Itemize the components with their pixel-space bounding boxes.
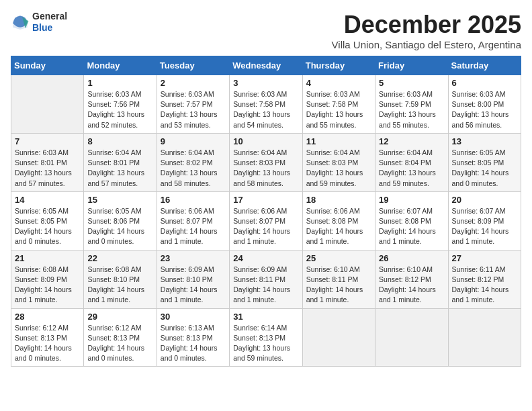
day-detail: Sunrise: 6:07 AMSunset: 8:09 PMDaylight:… bbox=[452, 206, 517, 247]
calendar-cell: 27Sunrise: 6:11 AMSunset: 8:12 PMDayligh… bbox=[448, 250, 521, 308]
day-detail: Sunrise: 6:04 AMSunset: 8:04 PMDaylight:… bbox=[379, 148, 444, 189]
calendar-cell: 1Sunrise: 6:03 AMSunset: 7:56 PMDaylight… bbox=[84, 75, 157, 134]
day-number: 21 bbox=[15, 253, 80, 263]
day-number: 24 bbox=[233, 253, 298, 263]
calendar-cell: 7Sunrise: 6:03 AMSunset: 8:01 PMDaylight… bbox=[11, 133, 84, 191]
day-number: 1 bbox=[87, 78, 152, 88]
logo-text: General Blue bbox=[32, 11, 67, 34]
calendar-week-row: 28Sunrise: 6:12 AMSunset: 8:13 PMDayligh… bbox=[11, 308, 521, 367]
calendar-cell: 2Sunrise: 6:03 AMSunset: 7:57 PMDaylight… bbox=[157, 75, 229, 134]
month-title: December 2025 bbox=[332, 11, 521, 39]
day-number: 15 bbox=[87, 195, 152, 205]
col-header-sunday: Sunday bbox=[11, 56, 84, 75]
day-detail: Sunrise: 6:06 AMSunset: 8:07 PMDaylight:… bbox=[233, 206, 298, 247]
calendar-cell: 6Sunrise: 6:03 AMSunset: 8:00 PMDaylight… bbox=[448, 75, 521, 134]
page-header: General Blue December 2025 Villa Union, … bbox=[11, 11, 521, 50]
calendar-cell bbox=[302, 308, 375, 367]
day-number: 14 bbox=[15, 195, 80, 205]
day-number: 2 bbox=[161, 78, 226, 88]
col-header-monday: Monday bbox=[84, 56, 157, 75]
day-detail: Sunrise: 6:12 AMSunset: 8:13 PMDaylight:… bbox=[87, 323, 152, 364]
calendar-header-row: SundayMondayTuesdayWednesdayThursdayFrid… bbox=[11, 56, 521, 75]
logo-general-text: General bbox=[32, 11, 67, 22]
logo: General Blue bbox=[11, 11, 67, 34]
day-number: 18 bbox=[306, 195, 371, 205]
calendar-cell: 14Sunrise: 6:05 AMSunset: 8:05 PMDayligh… bbox=[11, 191, 84, 250]
day-detail: Sunrise: 6:04 AMSunset: 8:01 PMDaylight:… bbox=[87, 148, 152, 189]
col-header-saturday: Saturday bbox=[448, 56, 521, 75]
col-header-tuesday: Tuesday bbox=[157, 56, 229, 75]
day-detail: Sunrise: 6:05 AMSunset: 8:05 PMDaylight:… bbox=[15, 206, 80, 247]
calendar-week-row: 1Sunrise: 6:03 AMSunset: 7:56 PMDaylight… bbox=[11, 75, 521, 134]
day-detail: Sunrise: 6:03 AMSunset: 8:00 PMDaylight:… bbox=[452, 89, 517, 130]
day-detail: Sunrise: 6:07 AMSunset: 8:08 PMDaylight:… bbox=[379, 206, 444, 247]
calendar-cell: 16Sunrise: 6:06 AMSunset: 8:07 PMDayligh… bbox=[157, 191, 229, 250]
day-detail: Sunrise: 6:03 AMSunset: 7:58 PMDaylight:… bbox=[306, 89, 371, 130]
day-number: 27 bbox=[452, 253, 517, 263]
calendar-cell: 17Sunrise: 6:06 AMSunset: 8:07 PMDayligh… bbox=[230, 191, 302, 250]
col-header-wednesday: Wednesday bbox=[230, 56, 302, 75]
day-number: 10 bbox=[233, 136, 298, 146]
day-number: 22 bbox=[87, 253, 152, 263]
day-detail: Sunrise: 6:05 AMSunset: 8:05 PMDaylight:… bbox=[452, 148, 517, 189]
calendar-cell: 24Sunrise: 6:09 AMSunset: 8:11 PMDayligh… bbox=[230, 250, 302, 308]
calendar-cell: 23Sunrise: 6:09 AMSunset: 8:10 PMDayligh… bbox=[157, 250, 229, 308]
day-number: 4 bbox=[306, 78, 371, 88]
day-detail: Sunrise: 6:03 AMSunset: 7:59 PMDaylight:… bbox=[379, 89, 444, 130]
day-detail: Sunrise: 6:04 AMSunset: 8:03 PMDaylight:… bbox=[306, 148, 371, 189]
day-number: 16 bbox=[161, 195, 226, 205]
location-subtitle: Villa Union, Santiago del Estero, Argent… bbox=[332, 39, 521, 50]
day-detail: Sunrise: 6:12 AMSunset: 8:13 PMDaylight:… bbox=[15, 323, 80, 364]
calendar-cell: 8Sunrise: 6:04 AMSunset: 8:01 PMDaylight… bbox=[84, 133, 157, 191]
calendar-cell: 25Sunrise: 6:10 AMSunset: 8:11 PMDayligh… bbox=[302, 250, 375, 308]
day-number: 25 bbox=[306, 253, 371, 263]
day-number: 11 bbox=[306, 136, 371, 146]
day-detail: Sunrise: 6:09 AMSunset: 8:10 PMDaylight:… bbox=[161, 265, 226, 306]
day-detail: Sunrise: 6:06 AMSunset: 8:08 PMDaylight:… bbox=[306, 206, 371, 247]
calendar-week-row: 21Sunrise: 6:08 AMSunset: 8:09 PMDayligh… bbox=[11, 250, 521, 308]
col-header-thursday: Thursday bbox=[302, 56, 375, 75]
day-number: 6 bbox=[452, 78, 517, 88]
logo-blue-text: Blue bbox=[32, 22, 67, 34]
calendar-cell: 30Sunrise: 6:13 AMSunset: 8:13 PMDayligh… bbox=[157, 308, 229, 367]
day-detail: Sunrise: 6:08 AMSunset: 8:09 PMDaylight:… bbox=[15, 265, 80, 306]
day-number: 9 bbox=[161, 136, 226, 146]
day-detail: Sunrise: 6:08 AMSunset: 8:10 PMDaylight:… bbox=[87, 265, 152, 306]
calendar-cell bbox=[375, 308, 448, 367]
logo-icon bbox=[11, 13, 30, 32]
day-number: 23 bbox=[161, 253, 226, 263]
day-detail: Sunrise: 6:11 AMSunset: 8:12 PMDaylight:… bbox=[452, 265, 517, 306]
calendar-cell: 3Sunrise: 6:03 AMSunset: 7:58 PMDaylight… bbox=[230, 75, 302, 134]
day-number: 12 bbox=[379, 136, 444, 146]
calendar-cell: 10Sunrise: 6:04 AMSunset: 8:03 PMDayligh… bbox=[230, 133, 302, 191]
day-detail: Sunrise: 6:03 AMSunset: 8:01 PMDaylight:… bbox=[15, 148, 80, 189]
calendar-cell: 31Sunrise: 6:14 AMSunset: 8:13 PMDayligh… bbox=[230, 308, 302, 367]
title-block: December 2025 Villa Union, Santiago del … bbox=[332, 11, 521, 50]
day-detail: Sunrise: 6:05 AMSunset: 8:06 PMDaylight:… bbox=[87, 206, 152, 247]
day-detail: Sunrise: 6:03 AMSunset: 7:56 PMDaylight:… bbox=[87, 89, 152, 130]
day-number: 17 bbox=[233, 195, 298, 205]
day-detail: Sunrise: 6:06 AMSunset: 8:07 PMDaylight:… bbox=[161, 206, 226, 247]
calendar-cell: 28Sunrise: 6:12 AMSunset: 8:13 PMDayligh… bbox=[11, 308, 84, 367]
day-number: 26 bbox=[379, 253, 444, 263]
day-number: 7 bbox=[15, 136, 80, 146]
day-number: 20 bbox=[452, 195, 517, 205]
day-detail: Sunrise: 6:03 AMSunset: 7:58 PMDaylight:… bbox=[233, 89, 298, 130]
day-number: 13 bbox=[452, 136, 517, 146]
day-detail: Sunrise: 6:03 AMSunset: 7:57 PMDaylight:… bbox=[161, 89, 226, 130]
day-number: 19 bbox=[379, 195, 444, 205]
day-number: 30 bbox=[161, 312, 226, 322]
day-detail: Sunrise: 6:10 AMSunset: 8:11 PMDaylight:… bbox=[306, 265, 371, 306]
day-number: 5 bbox=[379, 78, 444, 88]
calendar-cell: 9Sunrise: 6:04 AMSunset: 8:02 PMDaylight… bbox=[157, 133, 229, 191]
day-detail: Sunrise: 6:13 AMSunset: 8:13 PMDaylight:… bbox=[161, 323, 226, 364]
day-number: 28 bbox=[15, 312, 80, 322]
day-detail: Sunrise: 6:14 AMSunset: 8:13 PMDaylight:… bbox=[233, 323, 298, 364]
calendar-cell: 4Sunrise: 6:03 AMSunset: 7:58 PMDaylight… bbox=[302, 75, 375, 134]
calendar-week-row: 7Sunrise: 6:03 AMSunset: 8:01 PMDaylight… bbox=[11, 133, 521, 191]
calendar-cell bbox=[448, 308, 521, 367]
calendar-cell: 11Sunrise: 6:04 AMSunset: 8:03 PMDayligh… bbox=[302, 133, 375, 191]
calendar-cell: 5Sunrise: 6:03 AMSunset: 7:59 PMDaylight… bbox=[375, 75, 448, 134]
calendar-cell: 15Sunrise: 6:05 AMSunset: 8:06 PMDayligh… bbox=[84, 191, 157, 250]
calendar-cell: 26Sunrise: 6:10 AMSunset: 8:12 PMDayligh… bbox=[375, 250, 448, 308]
